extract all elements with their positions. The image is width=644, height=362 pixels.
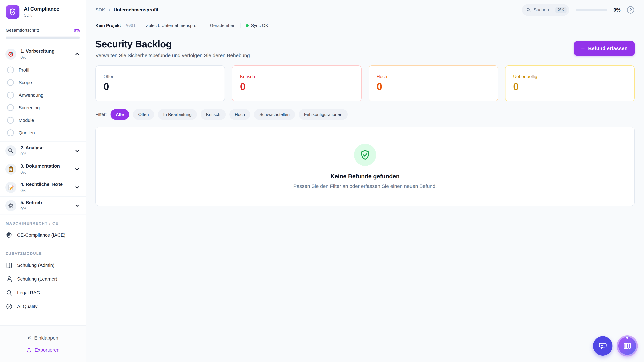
filter-chip-offen[interactable]: Offen [133, 109, 154, 120]
breadcrumb-chevron-icon: › [108, 6, 110, 13]
sidebar-item-module[interactable]: Module [0, 114, 86, 126]
filter-chip-hoch[interactable]: Hoch [230, 109, 250, 120]
overall-progress-value: 0% [74, 28, 80, 33]
export-button[interactable]: Exportieren [26, 347, 59, 353]
filter-label: Filter: [96, 112, 107, 117]
chip-icon [6, 232, 13, 239]
phase-header-analyse[interactable]: 2. Analyse 0% [0, 142, 86, 160]
shield-check-icon [9, 8, 16, 16]
radio-circle-icon [7, 117, 14, 124]
sidebar-item-schulung-learner[interactable]: Schulung (Learner) [0, 272, 86, 286]
last-visited: Zuletzt: Unternehmensprofil [146, 23, 200, 28]
search-icon [526, 7, 531, 12]
filter-chip-fehlkonfigurationen[interactable]: Fehlkonfigurationen [299, 109, 348, 120]
divider [240, 23, 241, 28]
app-subtitle: SDK [24, 13, 59, 17]
filter-chip-in-bearbeitung[interactable]: In Bearbeitung [158, 109, 197, 120]
search-icon [6, 289, 13, 296]
breadcrumb: SDK › Unternehmensprofil [96, 7, 158, 13]
main-area: SDK › Unternehmensprofil Suchen... ⌘K 0%… [86, 0, 644, 362]
book-icon [6, 262, 13, 269]
gear-icon [5, 200, 16, 211]
chat-button[interactable] [593, 336, 612, 356]
page-content: Security Backlog Verwalten Sie Sicherhei… [86, 31, 644, 362]
title-row: Security Backlog Verwalten Sie Sicherhei… [96, 38, 634, 58]
breadcrumb-root[interactable]: SDK [96, 7, 105, 12]
filter-bar: Filter: Alle Offen In Bearbeitung Kritis… [96, 109, 634, 120]
notification-dot [626, 337, 628, 339]
sidebar-item-scope[interactable]: Scope [0, 76, 86, 89]
search-input[interactable]: Suchen... ⌘K [522, 4, 569, 16]
filter-chip-alle[interactable]: Alle [110, 109, 129, 120]
phase-header-rechtliche-texte[interactable]: 4. Rechtliche Texte 0% [0, 178, 86, 196]
page-title: Security Backlog [96, 38, 250, 50]
sidebar-footer: « Einklappen Exportieren [0, 326, 86, 362]
sidebar-item-legal-rag[interactable]: Legal RAG [0, 286, 86, 300]
topbar-progress-value: 0% [614, 7, 620, 13]
memo-pencil-icon [5, 182, 16, 193]
version-badge: V001 [126, 23, 136, 28]
sidebar-item-ai-quality[interactable]: AI Quality [0, 300, 86, 313]
sidebar-item-ce-compliance[interactable]: CE-Compliance (IACE) [0, 228, 86, 242]
search-placeholder: Suchen... [534, 7, 553, 12]
app-title-block: AI Compliance SDK [24, 6, 59, 17]
phase-header-vorbereitung[interactable]: 1. Vorbereitung 0% [0, 45, 86, 63]
shield-check-green-icon [354, 144, 376, 166]
help-button[interactable]: ? [627, 6, 634, 13]
board-view-button[interactable] [618, 336, 637, 356]
radio-circle-icon [7, 66, 14, 73]
phase-header-dokumentation[interactable]: 3. Dokumentation 0% [0, 160, 86, 178]
sidebar-item-screening[interactable]: Screening [0, 101, 86, 114]
target-icon [5, 49, 16, 60]
overall-progress: Gesamtfortschritt 0% [0, 24, 86, 43]
clipboard-icon [5, 164, 16, 175]
chevron-up-icon [74, 51, 80, 57]
topbar: SDK › Unternehmensprofil Suchen... ⌘K 0%… [86, 0, 644, 20]
phase-percent: 0% [20, 55, 54, 60]
topbar-progress-track [576, 9, 607, 11]
radio-circle-icon [7, 104, 14, 111]
app-logo [6, 5, 20, 19]
sidebar-item-schulung-admin[interactable]: Schulung (Admin) [0, 258, 86, 272]
overall-progress-track [6, 36, 80, 39]
radio-circle-icon [7, 92, 14, 98]
sidebar-header: AI Compliance SDK [0, 0, 86, 24]
check-circle-icon [6, 303, 13, 310]
floating-buttons [593, 336, 637, 356]
phase-header-betrieb[interactable]: 5. Betrieb 0% [0, 197, 86, 215]
stat-card-ueberfaellig: Ueberfaellig 0 [505, 65, 634, 101]
filter-chip-kritisch[interactable]: Kritisch [200, 109, 226, 120]
overall-progress-label: Gesamtfortschritt [6, 28, 39, 33]
empty-state-panel: Keine Befunde gefunden Passen Sie den Fi… [96, 127, 634, 206]
search-shortcut-badge: ⌘K [556, 7, 566, 13]
user-icon [6, 276, 13, 283]
phase-subitems: Profil Scope Anwendung Screening Module [0, 63, 86, 141]
chevron-down-icon [74, 184, 80, 191]
chevron-down-icon [74, 148, 80, 154]
sidebar: AI Compliance SDK Gesamtfortschritt 0% [0, 0, 86, 362]
sidebar-item-profil[interactable]: Profil [0, 64, 86, 76]
chevron-down-icon [74, 166, 80, 172]
sidebar-nav: 1. Vorbereitung 0% Profil Scope [0, 43, 86, 326]
phase-analyse: 2. Analyse 0% [0, 141, 86, 160]
plus-icon: + [581, 45, 585, 51]
collapse-sidebar-button[interactable]: « Einklappen [28, 335, 58, 341]
breadcrumb-current: Unternehmensprofil [114, 7, 158, 12]
divider [141, 23, 141, 28]
chevron-down-icon [74, 202, 80, 209]
upload-icon [26, 347, 32, 353]
status-bar: Kein Projekt V001 Zuletzt: Unternehmensp… [86, 20, 644, 31]
columns-icon [623, 342, 632, 350]
magnifier-icon [5, 145, 16, 156]
add-finding-button[interactable]: + Befund erfassen [574, 41, 634, 56]
empty-state-title: Keine Befunde gefunden [330, 173, 400, 180]
sync-status: Sync OK [246, 23, 268, 28]
sidebar-item-quellen[interactable]: Quellen [0, 126, 86, 139]
question-mark-icon: ? [629, 7, 632, 12]
sidebar-item-anwendung[interactable]: Anwendung [0, 89, 86, 101]
section-label-zusatzmodule: ZUSATZMODULE [0, 245, 86, 258]
filter-chip-schwachstellen[interactable]: Schwachstellen [254, 109, 295, 120]
section-label-maschinenrecht: MASCHINENRECHT / CE [0, 215, 86, 228]
project-name: Kein Projekt [96, 23, 121, 28]
phase-label: 1. Vorbereitung [20, 48, 54, 54]
